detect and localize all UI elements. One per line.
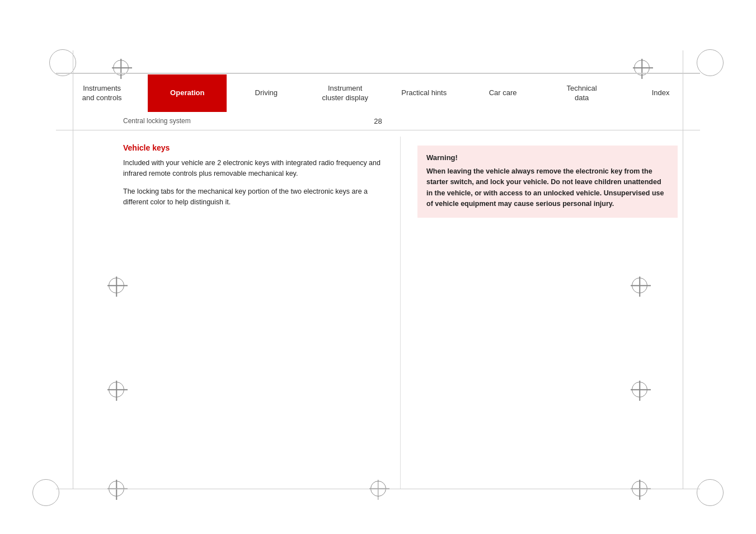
nav-item-practical-hints[interactable]: Practical hints — [384, 74, 463, 112]
nav-item-driving[interactable]: Driving — [227, 74, 306, 112]
warning-box: Warning! When leaving the vehicle always… — [417, 146, 678, 218]
nav-item-operation[interactable]: Operation — [148, 74, 227, 112]
nav-bottom-rule — [56, 130, 700, 130]
paragraph-2: The locking tabs for the mechanical key … — [123, 186, 383, 208]
section-title: Vehicle keys — [123, 143, 383, 152]
content-area: Vehicle keys Included with your vehicle … — [56, 137, 700, 489]
navigation-bar: Instruments and controls Operation Drivi… — [56, 74, 700, 112]
nav-item-car-care[interactable]: Car care — [463, 74, 542, 112]
reg-mark-bot-right-outer — [697, 479, 724, 506]
right-column: Warning! When leaving the vehicle always… — [401, 137, 700, 489]
reg-mark-top-right-outer — [697, 49, 724, 76]
warning-title: Warning! — [426, 153, 669, 162]
nav-item-instruments[interactable]: Instruments and controls — [56, 74, 148, 112]
page-number: 28 — [374, 117, 382, 125]
section-label: Central locking system — [56, 117, 191, 125]
left-column: Vehicle keys Included with your vehicle … — [56, 137, 400, 489]
reg-mark-bot-left-outer — [32, 479, 59, 506]
sub-header: Central locking system 28 — [56, 112, 700, 130]
warning-text: When leaving the vehicle always remove t… — [426, 166, 669, 210]
nav-item-index[interactable]: Index — [621, 74, 700, 112]
top-horizontal-rule — [56, 73, 700, 74]
bottom-horizontal-rule — [56, 489, 700, 489]
nav-item-instrument-cluster[interactable]: Instrument cluster display — [306, 74, 384, 112]
nav-item-technical-data[interactable]: Technical data — [542, 74, 621, 112]
paragraph-1: Included with your vehicle are 2 electro… — [123, 158, 383, 180]
